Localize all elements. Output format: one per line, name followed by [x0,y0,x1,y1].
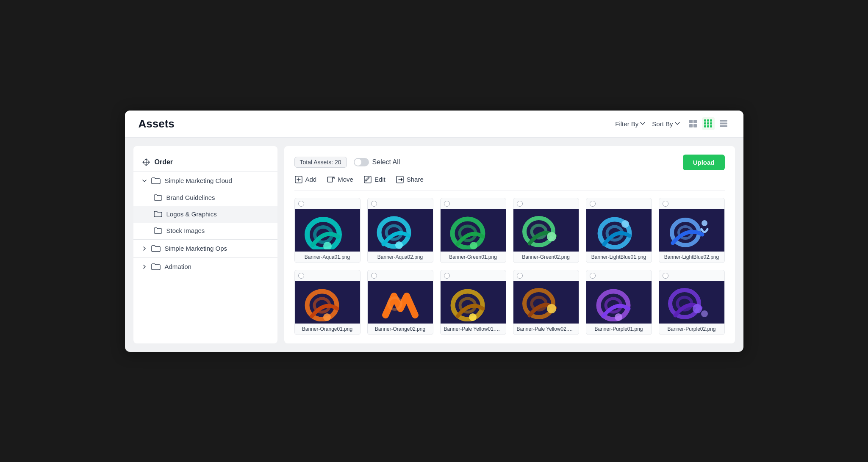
banner-art [519,283,574,321]
svg-point-57 [547,304,556,313]
sidebar-order-item[interactable]: Order [133,153,277,172]
asset-thumbnail [295,281,360,324]
asset-card[interactable]: Banner-Aqua01.png [294,198,361,263]
asset-card[interactable]: Banner-Orange02.png [367,270,433,335]
sidebar-item-logos-graphics[interactable]: Logos & Graphics [133,206,277,223]
sidebar-item-stock-images[interactable]: Stock Images [133,223,277,239]
banner-art [373,211,428,249]
asset-checkbox[interactable] [444,273,450,279]
svg-rect-13 [720,120,727,122]
asset-card[interactable]: Banner-LightBlue01.png [586,198,652,263]
sidebar-item-admation[interactable]: Admation [133,257,277,276]
asset-card-header [295,198,360,209]
banner-art [300,283,355,321]
asset-name: Banner-Aqua01.png [295,252,360,263]
asset-checkbox[interactable] [298,201,304,207]
asset-card[interactable]: Banner-Pale Yellow02.png [513,270,579,335]
svg-rect-5 [707,119,709,122]
sidebar-item-simple-marketing-ops[interactable]: Simple Marketing Ops [133,239,277,257]
sidebar-item-brand-guidelines[interactable]: Brand Guidelines [133,190,277,206]
chevron-right-icon [142,246,147,251]
asset-checkbox[interactable] [663,201,668,207]
move-icon [142,158,150,166]
header-controls: Filter By Sort By [615,117,729,130]
add-icon [294,175,303,184]
asset-card[interactable]: Banner-Purple01.png [586,270,652,335]
asset-checkbox[interactable] [371,201,377,207]
asset-card[interactable]: Banner-LightBlue02.png [659,198,725,263]
edit-button[interactable]: Edit [363,175,385,184]
asset-checkbox[interactable] [590,273,596,279]
svg-rect-4 [704,119,706,122]
asset-checkbox[interactable] [298,273,304,279]
asset-grid: Banner-Aqua01.png [294,198,725,335]
svg-rect-11 [707,125,709,127]
asset-checkbox[interactable] [444,201,450,207]
asset-checkbox[interactable] [517,201,523,207]
select-all-switch[interactable] [354,158,369,166]
sidebar-item-label: Stock Images [166,227,205,234]
asset-name: Banner-Orange02.png [368,324,433,335]
select-all-label: Select All [372,158,400,166]
share-button[interactable]: Share [396,175,424,184]
folder-icon [154,194,162,202]
asset-card-header [513,270,579,281]
asset-thumbnail [586,209,652,252]
filter-by-label: Filter By [615,120,638,127]
asset-name: Banner-Purple02.png [659,324,724,335]
asset-thumbnail [295,209,360,252]
asset-card-header [586,270,652,281]
asset-card[interactable]: Banner-Green02.png [513,198,579,263]
svg-rect-0 [689,120,693,123]
asset-card[interactable]: Banner-Aqua02.png [367,198,433,263]
banner-art [446,211,501,249]
asset-checkbox[interactable] [590,201,596,207]
asset-thumbnail [586,281,652,324]
upload-button[interactable]: Upload [683,155,725,170]
chevron-down-icon [640,122,645,125]
asset-name: Banner-LightBlue01.png [586,252,652,263]
select-all-toggle[interactable]: Select All [354,158,400,166]
toolbar-row: Total Assets: 20 Select All Upload [294,155,725,170]
move-button[interactable]: Move [327,175,353,184]
sidebar-item-simple-marketing-cloud[interactable]: Simple Marketing Cloud [133,172,277,190]
asset-card-header [659,198,724,209]
filter-by-button[interactable]: Filter By [615,120,645,127]
asset-card[interactable]: Banner-Orange01.png [294,270,361,335]
svg-point-53 [469,313,477,321]
asset-name: Banner-Aqua02.png [368,252,433,263]
svg-rect-1 [693,120,697,123]
grid-small-view-button[interactable] [687,117,699,130]
banner-art [373,283,428,321]
move-icon [327,175,335,184]
svg-rect-15 [720,125,727,127]
sidebar-item-label: Simple Marketing Ops [165,245,227,252]
asset-card-header [586,198,652,209]
banner-art [591,283,646,321]
svg-rect-10 [704,125,706,127]
sort-by-button[interactable]: Sort By [652,120,679,127]
asset-checkbox[interactable] [663,273,668,279]
asset-card-header [513,198,579,209]
asset-checkbox[interactable] [371,273,377,279]
sidebar-section-smc: Simple Marketing Cloud Brand Guidelines … [133,172,277,239]
svg-rect-9 [710,122,712,124]
toolbar-left: Total Assets: 20 Select All [294,157,400,168]
asset-card[interactable]: Banner-Green01.png [440,198,506,263]
add-label: Add [305,176,317,183]
asset-thumbnail [441,209,506,252]
grid-large-view-button[interactable] [702,117,715,130]
grid-small-icon [688,119,698,128]
list-view-button[interactable] [717,117,730,130]
view-toggle [687,117,730,130]
asset-name: Banner-Green01.png [441,252,506,263]
svg-point-39 [621,220,629,228]
add-button[interactable]: Add [294,175,317,184]
asset-card[interactable]: Banner-Purple02.png [659,270,725,335]
asset-checkbox[interactable] [517,273,523,279]
svg-point-27 [395,241,403,249]
header: Assets Filter By Sort By [125,111,743,138]
asset-card[interactable]: Banner-Pale Yellow01.png [440,270,506,335]
action-bar: Add Move Edit [294,175,725,191]
asset-thumbnail [441,281,506,324]
